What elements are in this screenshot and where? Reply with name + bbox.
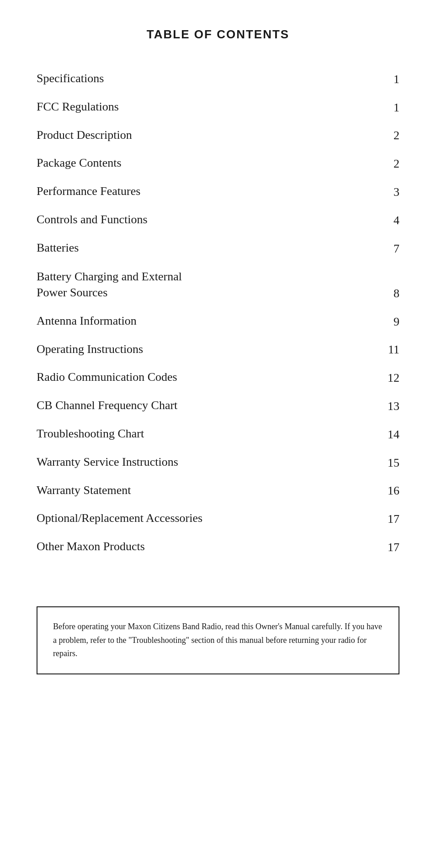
toc-label: FCC Regulations (37, 99, 119, 115)
toc-row[interactable]: Other Maxon Products17 (37, 532, 399, 561)
toc-row[interactable]: Product Description2 (37, 121, 399, 149)
toc-page-number: 2 (389, 129, 399, 142)
toc-entry-1: FCC Regulations1 (37, 99, 399, 115)
toc-entry-6: Batteries7 (37, 240, 399, 256)
toc-label: Radio Communication Codes (37, 369, 177, 385)
toc-row[interactable]: Warranty Service Instructions15 (37, 448, 399, 476)
toc-row[interactable]: FCC Regulations1 (37, 93, 399, 121)
toc-page-number: 2 (389, 157, 399, 171)
table-of-contents: Specifications1FCC Regulations1Product D… (37, 64, 399, 561)
toc-row[interactable]: Batteries7 (37, 234, 399, 262)
toc-entry-8: Antenna Information9 (37, 313, 399, 329)
toc-entry-3: Package Contents2 (37, 155, 399, 171)
toc-row[interactable]: Optional/Replacement Accessories17 (37, 504, 399, 532)
toc-page-number: 13 (383, 400, 399, 413)
toc-entry-2: Product Description2 (37, 127, 399, 143)
toc-row[interactable]: Package Contents2 (37, 149, 399, 177)
toc-row[interactable]: Radio Communication Codes12 (37, 363, 399, 391)
notice-text: Before operating your Maxon Citizens Ban… (53, 620, 383, 661)
toc-label: Operating Instructions (37, 342, 143, 357)
toc-entry-14: Warranty Statement16 (37, 483, 399, 498)
toc-row[interactable]: Performance Features3 (37, 177, 399, 205)
toc-page-number: 1 (389, 101, 399, 115)
toc-page-number: 14 (383, 428, 399, 442)
toc-label: Package Contents (37, 155, 122, 171)
toc-page-number: 16 (383, 484, 399, 498)
toc-page-number: 11 (383, 343, 399, 357)
toc-label: Specifications (37, 71, 104, 86)
toc-page-number: 1 (389, 73, 399, 86)
toc-entry-7: Battery Charging and External Power Sour… (37, 268, 399, 300)
toc-label: Optional/Replacement Accessories (37, 510, 202, 526)
toc-page-number: 8 (389, 287, 399, 300)
toc-entry-9: Operating Instructions11 (37, 342, 399, 357)
toc-row[interactable]: Specifications1 (37, 64, 399, 93)
toc-entry-4: Performance Features3 (37, 184, 399, 199)
page: TABLE OF CONTENTS Specifications1FCC Reg… (0, 0, 436, 868)
toc-label: Batteries (37, 240, 79, 256)
toc-page-number: 17 (383, 512, 399, 526)
toc-page-number: 12 (383, 371, 399, 385)
toc-row[interactable]: Operating Instructions11 (37, 335, 399, 363)
toc-entry-11: CB Channel Frequency Chart13 (37, 398, 399, 413)
toc-page-number: 15 (383, 456, 399, 470)
toc-page-number: 3 (389, 185, 399, 199)
toc-row[interactable]: Warranty Statement16 (37, 476, 399, 505)
toc-row[interactable]: Battery Charging and External Power Sour… (37, 262, 399, 307)
toc-row[interactable]: Antenna Information9 (37, 307, 399, 335)
toc-entry-12: Troubleshooting Chart14 (37, 426, 399, 442)
toc-row[interactable]: Controls and Functions4 (37, 205, 399, 234)
toc-row[interactable]: CB Channel Frequency Chart13 (37, 391, 399, 420)
toc-entry-13: Warranty Service Instructions15 (37, 454, 399, 470)
toc-page-number: 17 (383, 541, 399, 554)
toc-page-number: 9 (389, 315, 399, 329)
toc-label: Product Description (37, 127, 132, 143)
toc-entry-5: Controls and Functions4 (37, 212, 399, 227)
toc-entry-15: Optional/Replacement Accessories17 (37, 510, 399, 526)
toc-entry-16: Other Maxon Products17 (37, 539, 399, 554)
toc-label: CB Channel Frequency Chart (37, 398, 177, 413)
toc-label: Controls and Functions (37, 212, 148, 227)
toc-label: Battery Charging and External Power Sour… (37, 268, 182, 300)
toc-page-number: 7 (389, 242, 399, 256)
toc-entry-10: Radio Communication Codes12 (37, 369, 399, 385)
toc-label: Troubleshooting Chart (37, 426, 144, 442)
notice-box: Before operating your Maxon Citizens Ban… (37, 606, 399, 674)
toc-row[interactable]: Troubleshooting Chart14 (37, 420, 399, 448)
toc-label: Performance Features (37, 184, 140, 199)
toc-label: Warranty Statement (37, 483, 131, 498)
toc-label: Warranty Service Instructions (37, 454, 178, 470)
toc-entry-0: Specifications1 (37, 71, 399, 86)
page-title: TABLE OF CONTENTS (37, 27, 399, 42)
toc-page-number: 4 (389, 214, 399, 227)
toc-label: Other Maxon Products (37, 539, 145, 554)
toc-label: Antenna Information (37, 313, 137, 329)
